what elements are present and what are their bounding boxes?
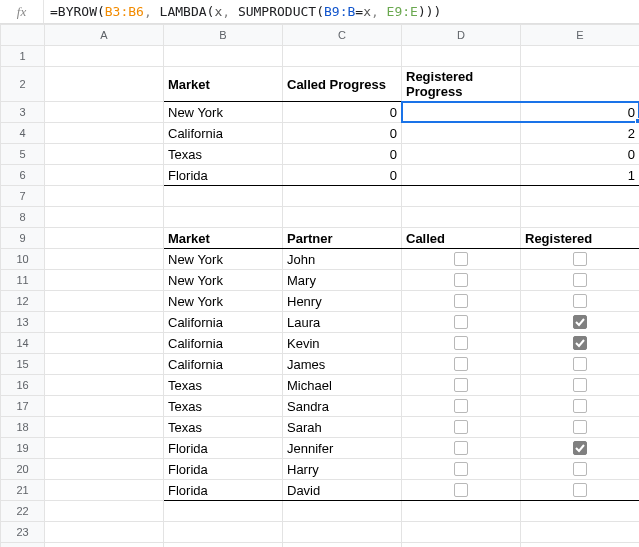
row-header[interactable]: 3 (1, 102, 45, 123)
cell[interactable]: Laura (283, 312, 402, 333)
row-header[interactable]: 8 (1, 207, 45, 228)
cell[interactable] (521, 459, 640, 480)
row-header[interactable]: 21 (1, 480, 45, 501)
cell[interactable]: Florida (164, 459, 283, 480)
cell[interactable] (402, 417, 521, 438)
cell[interactable] (45, 67, 164, 102)
cell[interactable]: New York (164, 102, 283, 123)
cell[interactable]: 0 (283, 102, 402, 123)
cell[interactable]: Market (164, 67, 283, 102)
checkbox-icon[interactable] (454, 273, 468, 287)
cell[interactable]: John (283, 249, 402, 270)
row-header[interactable]: 19 (1, 438, 45, 459)
cell[interactable] (402, 459, 521, 480)
cell[interactable]: 0 (283, 144, 402, 165)
cell[interactable] (402, 123, 521, 144)
cell[interactable]: California (164, 123, 283, 144)
cell[interactable] (45, 270, 164, 291)
row-header[interactable]: 22 (1, 501, 45, 522)
row-header[interactable]: 23 (1, 522, 45, 543)
row-header[interactable]: 4 (1, 123, 45, 144)
cell[interactable]: 0 (521, 144, 640, 165)
row-header[interactable]: 15 (1, 354, 45, 375)
cell[interactable]: Mary (283, 270, 402, 291)
cell[interactable] (402, 354, 521, 375)
cell[interactable] (402, 501, 521, 522)
cell[interactable] (402, 144, 521, 165)
cell[interactable]: Partner (283, 228, 402, 249)
checkbox-icon[interactable] (454, 441, 468, 455)
cell[interactable]: Market (164, 228, 283, 249)
cell[interactable] (45, 480, 164, 501)
cell[interactable]: Texas (164, 144, 283, 165)
cell[interactable] (45, 522, 164, 543)
cell[interactable] (283, 543, 402, 548)
row-header[interactable]: 9 (1, 228, 45, 249)
cell[interactable] (45, 46, 164, 67)
cell[interactable] (45, 354, 164, 375)
cell[interactable]: Florida (164, 480, 283, 501)
cell[interactable] (45, 438, 164, 459)
cell[interactable] (521, 543, 640, 548)
checkbox-icon[interactable] (454, 294, 468, 308)
cell[interactable] (402, 165, 521, 186)
checkbox-icon[interactable] (454, 462, 468, 476)
cell[interactable] (402, 333, 521, 354)
cell[interactable] (402, 186, 521, 207)
cell[interactable] (402, 522, 521, 543)
checkbox-icon[interactable] (454, 336, 468, 350)
row-header[interactable]: 17 (1, 396, 45, 417)
formula-input[interactable]: =BYROW(B3:B6, LAMBDA(x, SUMPRODUCT(B9:B=… (44, 4, 441, 19)
row-header[interactable]: 1 (1, 46, 45, 67)
row-header[interactable]: 6 (1, 165, 45, 186)
cell[interactable]: Kevin (283, 333, 402, 354)
cell[interactable]: New York (164, 249, 283, 270)
checkbox-icon[interactable] (573, 483, 587, 497)
cell[interactable] (45, 291, 164, 312)
cell[interactable] (402, 543, 521, 548)
checkbox-icon[interactable] (454, 483, 468, 497)
cell[interactable] (283, 501, 402, 522)
cell[interactable] (402, 249, 521, 270)
cell[interactable] (402, 46, 521, 67)
cell[interactable] (283, 46, 402, 67)
checkbox-icon[interactable] (454, 315, 468, 329)
cell[interactable]: Called Progress (283, 67, 402, 102)
cell[interactable]: Florida (164, 438, 283, 459)
cell[interactable] (164, 207, 283, 228)
checkbox-icon[interactable] (573, 294, 587, 308)
cell[interactable]: Michael (283, 375, 402, 396)
cell[interactable] (521, 375, 640, 396)
cell[interactable] (283, 522, 402, 543)
cell[interactable] (521, 291, 640, 312)
cell[interactable]: Called (402, 228, 521, 249)
cell[interactable] (164, 46, 283, 67)
row-header[interactable]: 18 (1, 417, 45, 438)
cell[interactable] (521, 207, 640, 228)
cell[interactable] (521, 522, 640, 543)
cell[interactable]: 0 (283, 165, 402, 186)
cell[interactable] (402, 375, 521, 396)
cell[interactable] (45, 501, 164, 522)
cell[interactable] (521, 249, 640, 270)
cell[interactable] (45, 144, 164, 165)
cell[interactable] (521, 270, 640, 291)
cell[interactable] (45, 249, 164, 270)
checkbox-checked-icon[interactable] (573, 315, 587, 329)
cell[interactable] (402, 102, 521, 123)
cell[interactable]: Sarah (283, 417, 402, 438)
select-all-corner[interactable] (1, 25, 45, 46)
row-header[interactable]: 2 (1, 67, 45, 102)
row-header[interactable]: 14 (1, 333, 45, 354)
cell[interactable] (45, 543, 164, 548)
checkbox-checked-icon[interactable] (573, 441, 587, 455)
cell[interactable] (402, 438, 521, 459)
cell[interactable] (164, 522, 283, 543)
cell[interactable] (45, 417, 164, 438)
cell[interactable] (402, 207, 521, 228)
cell[interactable]: 0 (283, 123, 402, 144)
cell[interactable] (521, 396, 640, 417)
cell[interactable]: Registered Progress (402, 67, 521, 102)
cell[interactable] (521, 186, 640, 207)
checkbox-icon[interactable] (573, 462, 587, 476)
